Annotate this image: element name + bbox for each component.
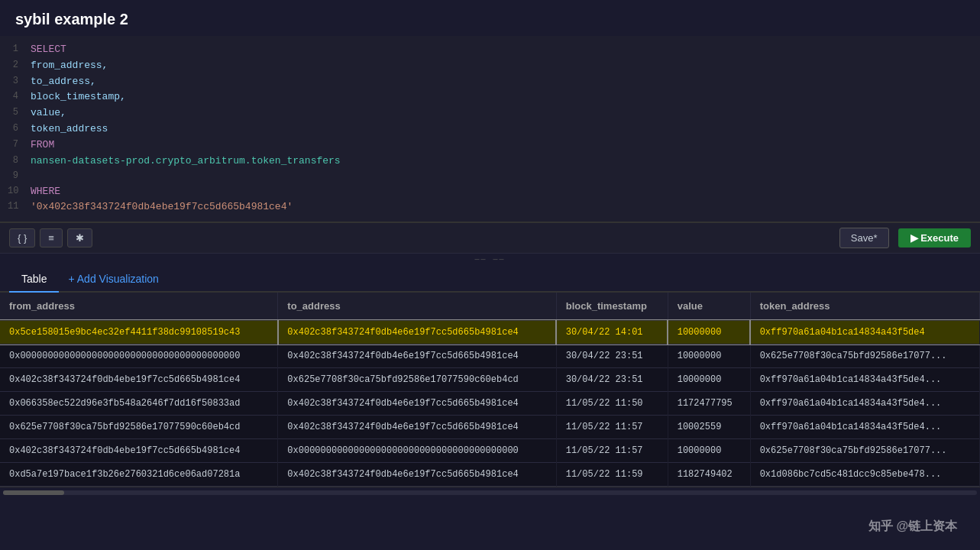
table-row[interactable]: 0x00000000000000000000000000000000000000… bbox=[0, 345, 980, 368]
line-number: 3 bbox=[8, 74, 31, 89]
table-header: from_address to_address block_timestamp … bbox=[0, 293, 980, 320]
line-number: 11 bbox=[8, 199, 31, 214]
add-visualization-button[interactable]: + Add Visualization bbox=[59, 267, 167, 291]
code-line: 3 to_address, bbox=[8, 74, 972, 90]
line-content: FROM bbox=[31, 138, 54, 154]
table-cell: 10000000 bbox=[668, 368, 750, 392]
code-area: 1SELECT2 from_address,3 to_address,4 blo… bbox=[0, 42, 980, 215]
toolbar: { } ≡ ✱ Save* ▶ Execute bbox=[0, 222, 980, 254]
line-content: nansen-datasets-prod.crypto_arbitrum.tok… bbox=[31, 154, 341, 170]
table-cell: 1172477795 bbox=[668, 392, 750, 416]
code-line: 5 value, bbox=[8, 105, 972, 121]
tab-table[interactable]: Table bbox=[9, 267, 59, 293]
line-content: '0x402c38f343724f0db4ebe19f7cc5d665b4981… bbox=[31, 199, 293, 215]
table-row[interactable]: 0x625e7708f30ca75bfd92586e17077590c60eb4… bbox=[0, 416, 980, 439]
col-to-address: to_address bbox=[278, 293, 556, 320]
line-number: 2 bbox=[8, 58, 31, 73]
table-cell: 0xff970a61a04b1ca14834a43f5de4... bbox=[750, 368, 979, 392]
col-token-address: token_address bbox=[750, 293, 979, 320]
watermark: 知乎 @链上资本 bbox=[868, 519, 957, 535]
table-cell: 30/04/22 23:51 bbox=[556, 368, 668, 392]
line-content: to_address, bbox=[31, 74, 96, 90]
chart-view-button[interactable]: ✱ bbox=[67, 228, 92, 247]
data-table: from_address to_address block_timestamp … bbox=[0, 293, 980, 487]
table-cell: 0x625e7708f30ca75bfd92586e17077... bbox=[750, 439, 979, 463]
table-cell: 0x402c38f343724f0db4e6e19f7cc5d665b4981c… bbox=[278, 320, 556, 345]
results-section: Table + Add Visualization from_address t… bbox=[0, 267, 980, 497]
line-number: 8 bbox=[8, 154, 31, 168]
table-cell: 10000000 bbox=[668, 345, 750, 368]
line-number: 7 bbox=[8, 138, 31, 152]
code-line: 6 token_address bbox=[8, 121, 972, 138]
table-cell: 0x402c38f343724f0db4e6e19f7cc5d665b4981c… bbox=[278, 416, 556, 439]
table-row[interactable]: 0xd5a7e197bace1f3b26e2760321d6ce06ad0728… bbox=[0, 463, 980, 487]
code-line: 7FROM bbox=[8, 138, 972, 154]
table-row[interactable]: 0x402c38f343724f0db4ebe19f7cc5d665b4981c… bbox=[0, 368, 980, 392]
code-line: 1SELECT bbox=[8, 42, 972, 58]
horizontal-scrollbar[interactable] bbox=[0, 487, 980, 497]
table-cell: 10000000 bbox=[668, 439, 750, 463]
results-tabs: Table + Add Visualization bbox=[0, 267, 980, 293]
table-cell: 0x5ce158015e9bc4ec32ef4411f38dc99108519c… bbox=[0, 320, 278, 345]
table-cell: 11/05/22 11:57 bbox=[556, 416, 668, 439]
line-content: block_timestamp, bbox=[31, 89, 126, 105]
table-cell: 0x625e7708f30ca75bfd92586e17077590c60eb4… bbox=[278, 368, 556, 392]
table-body: 0x5ce158015e9bc4ec32ef4411f38dc99108519c… bbox=[0, 320, 980, 487]
col-from-address: from_address bbox=[0, 293, 278, 320]
page-title: sybil example 2 bbox=[0, 0, 980, 36]
line-content: token_address bbox=[31, 121, 108, 138]
table-cell: 0x402c38f343724f0db4ebe19f7cc5d665b4981c… bbox=[0, 368, 278, 392]
table-cell: 10002559 bbox=[668, 416, 750, 439]
table-cell: 11/05/22 11:59 bbox=[556, 463, 668, 487]
table-cell: 0x00000000000000000000000000000000000000… bbox=[278, 439, 556, 463]
table-cell: 0x00000000000000000000000000000000000000… bbox=[0, 345, 278, 368]
table-view-button[interactable]: ≡ bbox=[40, 228, 63, 247]
line-content: WHERE bbox=[31, 184, 60, 200]
table-row[interactable]: 0x5ce158015e9bc4ec32ef4411f38dc99108519c… bbox=[0, 320, 980, 345]
scrollbar-thumb[interactable] bbox=[3, 490, 64, 495]
line-content: from_address, bbox=[31, 58, 108, 74]
code-editor[interactable]: 1SELECT2 from_address,3 to_address,4 blo… bbox=[0, 36, 980, 222]
table-cell: 0x625e7708f30ca75bfd92586e17077... bbox=[750, 345, 979, 368]
code-line: 10WHERE bbox=[8, 184, 972, 200]
code-line: 11 '0x402c38f343724f0db4ebe19f7cc5d665b4… bbox=[8, 199, 972, 215]
line-number: 6 bbox=[8, 121, 31, 136]
table-cell: 0xff970a61a04b1ca14834a43f5de4 bbox=[750, 320, 979, 345]
table-cell: 1182749402 bbox=[668, 463, 750, 487]
scrollbar-track bbox=[3, 490, 977, 495]
table-row[interactable]: 0x402c38f343724f0db4ebe19f7cc5d665b4981c… bbox=[0, 439, 980, 463]
line-number: 10 bbox=[8, 184, 31, 199]
table-cell: 0x1d086bc7cd5c481dcc9c85ebe478... bbox=[750, 463, 979, 487]
data-table-container[interactable]: from_address to_address block_timestamp … bbox=[0, 293, 980, 487]
table-cell: 0x402c38f343724f0db4e6e19f7cc5d665b4981c… bbox=[278, 345, 556, 368]
table-cell: 0x402c38f343724f0db4e6e19f7cc5d665b4981c… bbox=[278, 392, 556, 416]
table-row[interactable]: 0x066358ec522d96e3fb548a2646f7dd16f50833… bbox=[0, 392, 980, 416]
line-number: 4 bbox=[8, 89, 31, 104]
line-number: 1 bbox=[8, 42, 31, 57]
json-view-button[interactable]: { } bbox=[9, 228, 35, 247]
execute-button[interactable]: ▶ Execute bbox=[898, 228, 971, 247]
table-cell: 0xd5a7e197bace1f3b26e2760321d6ce06ad0728… bbox=[0, 463, 278, 487]
code-line: 9 bbox=[8, 169, 972, 183]
code-line: 8 nansen-datasets-prod.crypto_arbitrum.t… bbox=[8, 154, 972, 170]
table-cell: 0x066358ec522d96e3fb548a2646f7dd16f50833… bbox=[0, 392, 278, 416]
table-cell: 0x625e7708f30ca75bfd92586e17077590c60eb4… bbox=[0, 416, 278, 439]
line-number: 9 bbox=[8, 169, 31, 183]
table-cell: 30/04/22 14:01 bbox=[556, 320, 668, 345]
line-number: 5 bbox=[8, 105, 31, 120]
table-cell: 0x402c38f343724f0db4ebe19f7cc5d665b4981c… bbox=[0, 439, 278, 463]
code-line: 2 from_address, bbox=[8, 58, 972, 74]
code-line: 4 block_timestamp, bbox=[8, 89, 972, 105]
table-cell: 11/05/22 11:50 bbox=[556, 392, 668, 416]
line-content: SELECT bbox=[31, 42, 66, 58]
table-cell: 0x402c38f343724f0db4e6e19f7cc5d665b4981c… bbox=[278, 463, 556, 487]
table-cell: 0xff970a61a04b1ca14834a43f5de4... bbox=[750, 416, 979, 439]
table-cell: 11/05/22 11:57 bbox=[556, 439, 668, 463]
table-cell: 0xff970a61a04b1ca14834a43f5de4... bbox=[750, 392, 979, 416]
table-cell: 10000000 bbox=[668, 320, 750, 345]
divider-handle[interactable]: ── ── bbox=[0, 254, 980, 267]
col-block-timestamp: block_timestamp bbox=[556, 293, 668, 320]
line-content: value, bbox=[31, 105, 66, 121]
save-button[interactable]: Save* bbox=[839, 228, 889, 248]
table-cell: 30/04/22 23:51 bbox=[556, 345, 668, 368]
